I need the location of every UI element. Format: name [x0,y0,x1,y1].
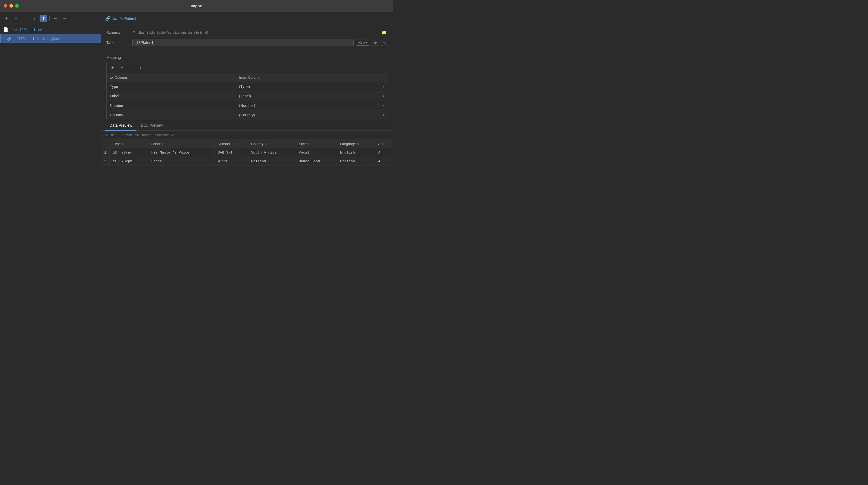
cell-style: Vocal [296,148,337,157]
mapping-row: Country (Country) ▾ [106,111,388,120]
row-number: 1 [101,148,110,157]
refresh-button[interactable]: ⟳ [372,40,379,46]
schema-detail: Sable [Sable@sanctuarium.labs.intellij.n… [146,31,208,34]
table-label: Table [106,40,128,45]
mapping-item[interactable]: 🔗 to: 78Platen1 Sable.dbo [Sabl [0,34,101,43]
cell-number: SAB 371 [214,148,248,157]
file-item-label: from: 78Platen1.csv [10,28,42,32]
mapping-row: Number (Number) ▾ [106,101,388,111]
left-panel: + − ↑ ↓ ⬆ ← → 📄 from: 78Platen1.csv 🔗 to… [0,12,101,243]
cell-a: A [375,148,393,157]
table-input-row: New ▾ ⟳ ✎ [132,39,388,47]
forward-button[interactable]: → [61,14,69,22]
new-badge-label: New [358,41,365,44]
edit-pencil-icon: ✎ [105,133,108,137]
minimize-button[interactable] [9,4,13,8]
mapping-down-button[interactable]: ↓ [136,64,144,71]
table-row: 210" 78rpmDeccaW 126HollandDance BandEng… [101,157,393,166]
row-num-header [101,140,110,148]
mapping-title: Mapping [106,55,388,60]
right-panel: 🔗 to: 78Platen1 Schema ⊞ dbo Sable [Sabl… [101,12,393,243]
mapping-from-col[interactable]: (Type) ▾ [236,82,388,91]
edit-button[interactable]: ✎ [381,40,388,46]
tab-data-preview[interactable]: Data Preview [105,120,136,131]
col-resize-handle[interactable] [213,140,214,148]
col-resize-handle[interactable] [247,140,248,148]
mapping-to-col: Label [106,91,236,101]
mapping-from-value: (Number) [239,103,255,108]
cell-type: 10" 78rpm [110,148,148,157]
data-table-container[interactable]: Type⇅Label⇅Number⇅Country⇅Style⇅Language… [101,140,393,243]
new-badge-chevron: ▾ [366,41,368,44]
col-header-label[interactable]: Label⇅ [148,140,214,148]
left-toolbar: + − ↑ ↓ ⬆ ← → [0,12,101,25]
mapping-from-col[interactable]: (Label) ▾ [236,91,388,101]
cell-number: W 126 [214,157,248,166]
remove-button[interactable]: − [12,14,20,22]
row-number: 2 [101,157,110,166]
col-header-country[interactable]: Country⇅ [248,140,296,148]
add-button[interactable]: + [3,14,10,22]
sort-icon: ⇅ [122,143,124,146]
mapping-from-value: (Label) [239,94,251,98]
chevron-icon: ▾ [383,94,384,98]
file-icon: 📄 [3,27,8,32]
back-button[interactable]: ← [52,14,59,22]
sort-icon: ⇅ [161,143,163,146]
mapping-add-button[interactable]: + [109,64,116,71]
mapping-item-detail: Sable.dbo [Sabl [37,37,60,41]
col-header-style[interactable]: Style⇅ [296,140,337,148]
header-name: 78Platen1 [119,16,136,21]
col-resize-handle[interactable] [336,140,337,148]
col-resize-handle[interactable] [147,140,148,148]
table-row-form: Table New ▾ ⟳ ✎ [106,39,388,47]
col-header-to: to: Column [106,73,236,82]
col-resize-handle[interactable] [392,140,393,148]
mapping-from-col[interactable]: (Country) ▾ [236,111,388,120]
right-header: 🔗 to: 78Platen1 [101,12,393,25]
close-button[interactable] [4,4,7,8]
cell-type: 10" 78rpm [110,157,148,166]
preview-file-name: 78Platen1.csv [119,133,140,137]
mapping-from-col[interactable]: (Number) ▾ [236,101,388,111]
new-badge[interactable]: New ▾ [356,40,370,46]
cell-label: His Master's Voice [148,148,214,157]
chevron-icon: ▾ [383,85,384,88]
col-header-type[interactable]: Type⇅ [110,140,148,148]
schema-row: Schema ⊞ dbo Sable [Sable@sanctuarium.la… [106,29,388,36]
col-header-a[interactable]: A⇅ [375,140,393,148]
move-down-button[interactable]: ↓ [30,14,38,22]
mapping-row: Label (Label) ▾ [106,91,388,101]
col-header-language[interactable]: Language⇅ [337,140,375,148]
mapping-up-button[interactable]: ↑ [127,64,135,71]
mapping-remove-button[interactable]: − [118,64,126,71]
folder-button[interactable]: 📁 [380,29,388,36]
schema-label: Schema [106,30,128,35]
header-prefix: to: [113,16,117,21]
cell-language: English [337,148,375,157]
table-input[interactable] [132,39,354,47]
preview-toolbar: ✎ file: 78Platen1.csv format: SemcolonSV [101,131,393,140]
db-icon: ⊞ [132,30,135,35]
col-header-number[interactable]: Number⇅ [214,140,248,148]
tab-ddl-preview[interactable]: DDL Preview [136,120,167,131]
move-up-button[interactable]: ↑ [21,14,29,22]
link-icon: 🔗 [7,37,11,41]
format-label-static: format: [142,133,152,137]
file-item[interactable]: 📄 from: 78Platen1.csv [0,25,101,34]
sort-icon: ⇅ [382,143,384,146]
active-button[interactable]: ⬆ [40,14,47,22]
window-title: Import [191,4,203,8]
sort-icon: ⇅ [357,143,359,146]
mapping-section: Mapping + − ↑ ↓ to: Column from: Column [101,53,393,120]
cell-label: Decca [148,157,214,166]
sort-icon: ⇅ [231,143,234,146]
col-resize-handle[interactable] [373,140,375,148]
mapping-to-col: Country [106,111,236,120]
right-header-title: to: 78Platen1 [113,16,136,21]
chevron-icon: ▾ [383,113,384,117]
mapping-item-label: to: 78Platen1 [13,37,34,41]
tab-bar: Data PreviewDDL Preview [101,120,393,131]
col-resize-handle[interactable] [294,140,295,148]
maximize-button[interactable] [15,4,19,8]
